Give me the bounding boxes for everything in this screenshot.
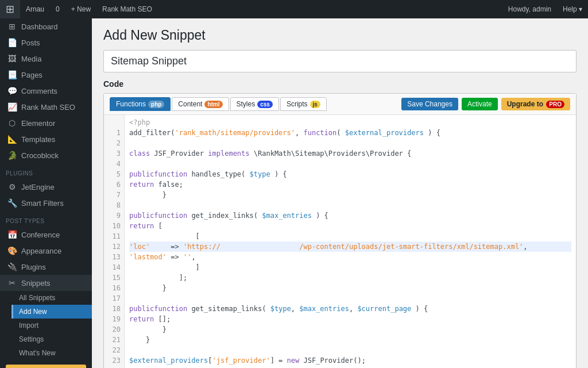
rank-math-seo-bar[interactable]: Rank Math SEO bbox=[96, 0, 158, 18]
snippets-icon: ✂ bbox=[7, 278, 17, 288]
sidebar-item-label: Import bbox=[19, 321, 38, 329]
dashboard-icon: ⊞ bbox=[7, 22, 17, 31]
snippets-submenu: All Snippets Add New Import Settings Wha… bbox=[0, 291, 92, 360]
code-section-label: Code bbox=[103, 79, 577, 89]
sidebar-item-import[interactable]: Import bbox=[11, 319, 92, 332]
sidebar-item-media[interactable]: 🖼 Media bbox=[0, 51, 92, 67]
sidebar-item-label: Snippets bbox=[21, 279, 51, 288]
code-content[interactable]: <?phpadd_filter('rank_math/sitemap/provi… bbox=[125, 115, 576, 368]
tab-content-label: Content bbox=[178, 100, 202, 108]
sidebar-item-templates[interactable]: 📐 Templates bbox=[0, 131, 92, 147]
sidebar-item-label: Comments bbox=[21, 87, 57, 95]
tab-content-badge: html bbox=[204, 101, 222, 108]
activate-button[interactable]: Activate bbox=[462, 98, 498, 110]
comments-icon: 💬 bbox=[7, 86, 17, 95]
plugins-icon: 🔌 bbox=[7, 262, 17, 271]
sidebar-item-posts[interactable]: 📄 Posts bbox=[0, 34, 92, 51]
rankmath-icon: 📈 bbox=[7, 102, 17, 112]
sidebar-item-label: Templates bbox=[21, 135, 55, 144]
templates-icon: 📐 bbox=[7, 135, 17, 144]
smart-filters-icon: 🔧 bbox=[7, 198, 17, 208]
new-content[interactable]: + New bbox=[65, 0, 96, 18]
code-line: return false; bbox=[129, 179, 571, 190]
sidebar-item-appearance[interactable]: 🎨 Appearance bbox=[0, 243, 92, 259]
tab-styles-label: Styles bbox=[237, 100, 256, 108]
sidebar-item-label: Plugins bbox=[21, 263, 46, 271]
code-line: } bbox=[129, 335, 571, 345]
sidebar-item-whats-new[interactable]: What's New bbox=[11, 346, 92, 360]
sidebar-item-label: All Snippets bbox=[19, 294, 55, 302]
code-line: } bbox=[129, 283, 571, 293]
sidebar-item-label: Add New bbox=[19, 308, 47, 316]
sidebar-item-conference[interactable]: 📅 Conference bbox=[0, 227, 92, 243]
pages-icon: 📃 bbox=[7, 70, 17, 79]
main-content: Add New Snippet Code Functions php Conte… bbox=[92, 18, 588, 368]
upgrade-label: Upgrade to bbox=[507, 100, 543, 108]
tab-functions-label: Functions bbox=[116, 100, 146, 108]
wp-logo-icon: ⊞ bbox=[6, 3, 14, 16]
sidebar-item-label: Smart Filters bbox=[21, 199, 64, 208]
sidebar-item-label: Conference bbox=[21, 231, 60, 239]
code-actions: Save Changes Activate Upgrade to PRO bbox=[401, 98, 570, 110]
sidebar-item-label: Rank Math SEO bbox=[21, 103, 75, 112]
tab-functions-badge: php bbox=[148, 101, 164, 108]
appearance-icon: 🎨 bbox=[7, 246, 17, 255]
notif-count[interactable]: 0 bbox=[50, 0, 65, 18]
code-line bbox=[129, 200, 571, 210]
tab-styles[interactable]: Styles css bbox=[230, 97, 279, 111]
go-pro-button[interactable]: Go Pro 🔗 bbox=[6, 365, 86, 368]
sidebar-item-snippets[interactable]: ✂ Snippets bbox=[0, 275, 92, 291]
code-line: 'lastmod' => '', bbox=[129, 252, 571, 262]
sidebar-item-comments[interactable]: 💬 Comments bbox=[0, 83, 92, 99]
tab-content[interactable]: Content html bbox=[172, 97, 229, 111]
sidebar-item-label: Dashboard bbox=[21, 22, 58, 31]
save-changes-button[interactable]: Save Changes bbox=[401, 98, 458, 110]
sidebar-item-dashboard[interactable]: ⊞ Dashboard bbox=[0, 18, 92, 34]
code-toolbar: Functions php Content html Styles css Sc… bbox=[104, 94, 576, 115]
sidebar-item-label: What's New bbox=[19, 349, 56, 357]
code-line: } bbox=[129, 324, 571, 335]
post-types-label: POST TYPES bbox=[0, 211, 92, 227]
sidebar-item-elementor[interactable]: ⬡ Elementor bbox=[0, 115, 92, 131]
sidebar-item-label: Settings bbox=[19, 335, 44, 343]
sidebar-item-smart-filters[interactable]: 🔧 Smart Filters bbox=[0, 195, 92, 211]
plugins-label: PLUGINS bbox=[0, 163, 92, 179]
sidebar-item-all-snippets[interactable]: All Snippets bbox=[11, 291, 92, 305]
sidebar-item-label: Pages bbox=[21, 71, 42, 79]
code-line: $external_providers['jsf_provider'] = ne… bbox=[129, 355, 571, 366]
jetengine-icon: ⚙ bbox=[7, 182, 17, 191]
tab-scripts[interactable]: Scripts js bbox=[280, 97, 327, 111]
tab-styles-badge: css bbox=[257, 101, 273, 108]
site-name[interactable]: Arnau bbox=[20, 0, 50, 18]
code-line bbox=[129, 293, 571, 304]
code-line bbox=[129, 138, 571, 148]
sidebar-item-pages[interactable]: 📃 Pages bbox=[0, 67, 92, 83]
sidebar-item-rankmath[interactable]: 📈 Rank Math SEO bbox=[0, 99, 92, 115]
upgrade-button[interactable]: Upgrade to PRO bbox=[501, 98, 570, 110]
sidebar-item-label: Appearance bbox=[21, 247, 61, 255]
sidebar-item-settings[interactable]: Settings bbox=[11, 332, 92, 346]
code-line: 'loc' => 'https:// /wp-content/uploads/j… bbox=[129, 241, 571, 252]
howdy-user[interactable]: Howdy, admin bbox=[502, 0, 557, 18]
media-icon: 🖼 bbox=[7, 54, 17, 63]
code-line: public function get_sitemap_links( $type… bbox=[129, 304, 571, 314]
sidebar-item-label: Posts bbox=[21, 39, 40, 47]
code-line: return []; bbox=[129, 314, 571, 324]
page-title: Add New Snippet bbox=[103, 28, 577, 43]
sidebar-item-jetengine[interactable]: ⚙ JetEngine bbox=[0, 179, 92, 195]
snippet-name-input[interactable] bbox=[103, 50, 577, 72]
code-line bbox=[129, 159, 571, 169]
sidebar-item-add-new[interactable]: Add New bbox=[11, 305, 92, 319]
wp-logo[interactable]: ⊞ bbox=[0, 0, 20, 18]
sidebar: ⊞ Dashboard 📄 Posts 🖼 Media 📃 Pages 💬 Co… bbox=[0, 18, 92, 368]
sidebar-item-label: Media bbox=[21, 55, 41, 63]
sidebar-item-crocoblock[interactable]: 🐊 Crocoblock bbox=[0, 147, 92, 163]
tab-functions[interactable]: Functions php bbox=[110, 97, 171, 111]
crocoblock-icon: 🐊 bbox=[7, 151, 17, 160]
code-line: add_filter('rank_math/sitemap/providers'… bbox=[129, 128, 571, 138]
code-line: ] bbox=[129, 262, 571, 273]
sidebar-item-label: Elementor bbox=[21, 119, 55, 128]
help-button[interactable]: Help ▾ bbox=[557, 0, 588, 18]
sidebar-item-plugins[interactable]: 🔌 Plugins bbox=[0, 259, 92, 275]
tab-scripts-label: Scripts bbox=[287, 100, 308, 108]
